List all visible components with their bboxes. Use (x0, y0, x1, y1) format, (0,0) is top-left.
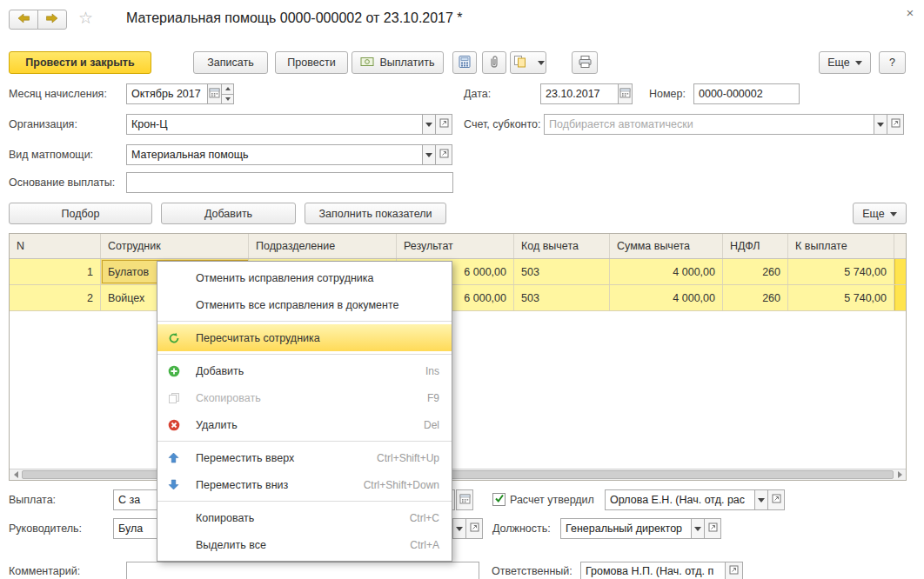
chevron-down-icon (694, 527, 701, 535)
menu-item-label: Выделить все (196, 539, 401, 551)
month-stepper[interactable] (221, 83, 234, 104)
aid-type-dropdown-button[interactable] (422, 144, 436, 165)
col-header-deduction-code[interactable]: Код вычета (514, 234, 610, 258)
cell-deduction-sum[interactable]: 4 000,00 (610, 259, 723, 284)
comment-field[interactable] (126, 562, 479, 579)
menu-item-select-all[interactable]: Выделить все Ctrl+A (157, 531, 452, 558)
add-row-button[interactable]: Добавить (161, 203, 296, 224)
menu-item-cancel-employee-fixes[interactable]: Отменить исправления сотрудника (157, 264, 452, 291)
write-label: Записать (207, 57, 253, 69)
calculator-button[interactable] (452, 51, 477, 74)
scroll-left-button[interactable] (10, 469, 21, 480)
help-button[interactable]: ? (879, 51, 906, 74)
organization-field[interactable]: Крон-Ц (126, 114, 423, 135)
col-header-result[interactable]: Результат (397, 234, 514, 258)
close-icon[interactable]: × (901, 3, 919, 21)
organization-open-button[interactable] (435, 114, 452, 135)
col-header-department[interactable]: Подразделение (249, 234, 397, 258)
open-link-icon (891, 118, 901, 130)
position-dropdown-button[interactable] (691, 518, 705, 539)
position-open-button[interactable] (704, 518, 721, 539)
cell-ndfl[interactable]: 260 (723, 285, 788, 310)
table-row[interactable]: 2 Войцех 6 000,00 503 4 000,00 260 5 740… (10, 285, 906, 311)
menu-separator (157, 501, 452, 502)
aid-type-open-button[interactable] (435, 144, 452, 165)
fill-indicators-button[interactable]: Заполнить показатели (305, 203, 446, 224)
menu-item-recalculate-employee[interactable]: Пересчитать сотрудника (157, 324, 452, 351)
approved-by-field[interactable]: Орлова Е.Н. (Нач. отд. рас (605, 489, 755, 510)
menu-item-move-up[interactable]: Переместить вверх Ctrl+Shift+Up (157, 444, 452, 471)
menu-separator (157, 354, 452, 355)
menu-item-copy-clipboard[interactable]: Копировать Ctrl+C (157, 504, 452, 531)
favorite-star-icon[interactable]: ☆ (78, 8, 93, 28)
cell-deduction-code[interactable]: 503 (514, 285, 610, 310)
write-button[interactable]: Записать (193, 51, 268, 74)
menu-item-move-down[interactable]: Переместить вниз Ctrl+Shift+Down (157, 471, 452, 498)
cell-payout[interactable]: 5 740,00 (788, 259, 894, 284)
month-field[interactable]: Октябрь 2017 (126, 83, 208, 104)
calc-approved-label[interactable]: Расчет утвердил (510, 494, 594, 506)
nav-forward-button[interactable] (37, 10, 67, 30)
more-button[interactable]: Еще (819, 51, 871, 74)
calendar-icon (459, 493, 471, 507)
menu-item-add[interactable]: Добавить Ins (157, 357, 452, 384)
menu-item-label: Переместить вверх (196, 452, 368, 464)
scrollbar-thumb[interactable] (22, 470, 894, 479)
approved-by-open-button[interactable] (767, 489, 785, 510)
account-dropdown-button[interactable] (874, 114, 887, 135)
stepper-down-button[interactable] (221, 95, 234, 105)
col-header-ndfl[interactable]: НДФЛ (723, 234, 788, 258)
payment-calendar-button[interactable] (456, 489, 473, 510)
col-header-n[interactable]: N (10, 234, 101, 258)
nav-back-button[interactable] (9, 10, 38, 30)
position-field[interactable]: Генеральный директор (560, 518, 692, 539)
basis-field[interactable] (126, 172, 453, 193)
aid-type-field[interactable]: Материальная помощь (126, 144, 423, 165)
col-header-deduction-sum[interactable]: Сумма вычета (610, 234, 723, 258)
stepper-up-button[interactable] (221, 83, 234, 95)
copy-sheets-icon (513, 55, 527, 71)
cell-n[interactable]: 2 (10, 285, 101, 310)
create-based-on-button[interactable] (510, 51, 546, 74)
calc-approved-checkbox[interactable] (492, 493, 506, 506)
date-field[interactable]: 23.10.2017 (540, 83, 619, 104)
responsible-field[interactable]: Громова Н.П. (Нач. отд. п (580, 562, 726, 579)
menu-item-delete[interactable]: Удалить Del (157, 411, 452, 438)
col-header-payout[interactable]: К выплате (788, 234, 894, 258)
col-header-employee[interactable]: Сотрудник (101, 234, 249, 258)
cell-n[interactable]: 1 (10, 259, 101, 284)
responsible-open-button[interactable] (725, 562, 743, 579)
manager-dropdown-button[interactable] (452, 518, 466, 539)
number-field[interactable]: 0000-000002 (693, 83, 800, 104)
print-button[interactable] (572, 51, 598, 74)
arrow-right-icon (45, 13, 59, 26)
pick-button[interactable]: Подбор (9, 203, 152, 224)
cell-ndfl[interactable]: 260 (723, 259, 788, 284)
manager-label: Руководитель: (9, 522, 82, 535)
pay-button[interactable]: Выплатить (352, 51, 444, 74)
approved-by-dropdown-button[interactable] (754, 489, 768, 510)
account-field[interactable]: Подбирается автоматически (544, 114, 874, 135)
month-label: Месяц начисления: (9, 88, 107, 100)
cell-payout[interactable]: 5 740,00 (788, 285, 894, 310)
account-open-button[interactable] (887, 114, 904, 135)
manager-open-button[interactable] (465, 518, 483, 539)
cell-deduction-code[interactable]: 503 (514, 259, 610, 284)
post-button[interactable]: Провести (275, 51, 348, 74)
menu-item-shortcut: Ctrl+A (410, 539, 439, 551)
cell-deduction-sum[interactable]: 4 000,00 (610, 285, 723, 310)
horizontal-scrollbar[interactable] (10, 469, 906, 480)
menu-item-cancel-all-fixes[interactable]: Отменить все исправления в документе (157, 291, 452, 318)
table-row[interactable]: 1 Булатов 6 000,00 503 4 000,00 260 5 74… (10, 259, 906, 285)
organization-dropdown-button[interactable] (422, 114, 436, 135)
post-and-close-button[interactable]: Провести и закрыть (9, 51, 151, 74)
month-calendar-button[interactable] (207, 83, 222, 104)
row-marker (894, 259, 906, 284)
attachments-button[interactable] (482, 51, 506, 74)
date-calendar-button[interactable] (618, 83, 633, 104)
table-more-button[interactable]: Еще (853, 203, 907, 224)
menu-item-label: Скопировать (196, 392, 418, 404)
responsible-label: Ответственный: (492, 565, 572, 577)
table-context-menu: Отменить исправления сотрудника Отменить… (157, 261, 452, 562)
scroll-right-button[interactable] (894, 469, 906, 480)
